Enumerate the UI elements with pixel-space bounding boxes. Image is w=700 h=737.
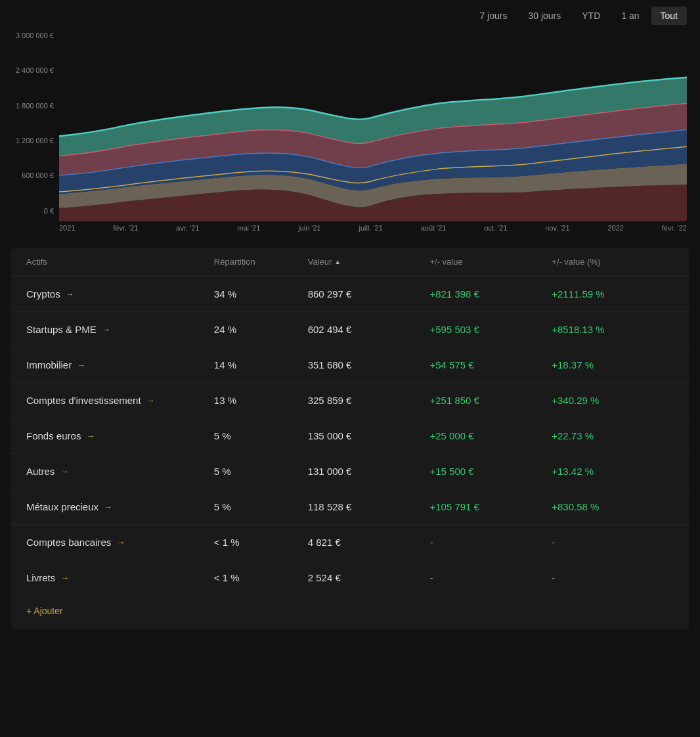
plus-value-livrets: - [429,572,552,583]
time-btn-tout[interactable]: Tout [651,7,687,25]
header-valeur: Valeur ▲ [308,257,430,267]
header-plus-value-pct: +/- value (%) [552,257,674,267]
x-label-aout21: août '21 [421,224,447,232]
arrow-icon: → [102,324,110,334]
repartition-comptes-invest: 13 % [214,395,308,406]
plus-value-comptes-invest: +251 850 € [429,395,552,406]
y-label-0: 0 € [5,207,54,215]
valeur-cryptos: 860 297 € [308,288,430,300]
x-label-mai21: mai '21 [237,224,260,232]
repartition-immobilier: 14 % [214,359,308,370]
valeur-livrets: 2 524 € [308,572,430,583]
valeur-fonds-euros: 135 000 € [308,430,430,441]
arrow-icon: → [104,502,112,512]
x-label-nov21: nov. '21 [545,224,569,232]
time-btn-30j[interactable]: 30 jours [519,7,570,25]
table-row[interactable]: Comptes bancaires → < 1 % 4 821 € - - [11,525,689,560]
plus-pct-fonds-euros: +22.73 % [552,430,674,441]
plus-value-startups: +595 503 € [429,324,552,335]
plus-value-comptes-banc: - [429,537,552,548]
x-label-2022: 2022 [607,224,623,232]
plus-pct-comptes-banc: - [552,537,674,548]
arrow-icon: → [60,466,68,476]
header-repartition: Répartition [214,257,308,267]
x-label-fevr22: févr. '22 [662,224,687,232]
asset-name-metaux: Métaux precieux → [26,501,214,512]
sort-arrow-icon: ▲ [334,258,341,265]
valeur-comptes-banc: 4 821 € [308,537,430,548]
valeur-immobilier: 351 680 € [308,359,430,370]
time-btn-7j[interactable]: 7 jours [470,7,516,25]
plus-value-immobilier: +54 575 € [429,359,552,370]
chart-container: 3 000 000 € 2 400 000 € 1 800 000 € 1 20… [0,32,700,234]
plus-value-metaux: +105 791 € [429,501,552,512]
arrow-icon: → [86,431,95,441]
arrow-icon: → [146,395,155,405]
time-btn-ytd[interactable]: YTD [573,7,609,25]
repartition-comptes-banc: < 1 % [214,537,308,548]
valeur-comptes-invest: 325 859 € [308,395,430,406]
asset-name-cryptos: Cryptos → [26,288,214,300]
arrow-icon: → [60,573,69,583]
repartition-metaux: 5 % [214,501,308,512]
table-row[interactable]: Startups & PME → 24 % 602 494 € +595 503… [11,312,689,347]
valeur-autres: 131 000 € [308,466,430,477]
x-label-juill21: juill. '21 [359,224,383,232]
plus-pct-autres: +13.42 % [552,466,674,477]
asset-name-autres: Autres → [26,466,214,477]
plus-pct-immobilier: +18.37 % [552,359,674,370]
arrow-icon: → [66,289,74,299]
chart-area [59,32,687,221]
x-label-juin21: juin '21 [298,224,321,232]
asset-name-comptes-invest: Comptes d'investissement → [26,395,214,406]
table-row[interactable]: Immobilier → 14 % 351 680 € +54 575 € +1… [11,347,689,383]
x-label-avr21: avr. '21 [176,224,199,232]
asset-name-startups: Startups & PME → [26,324,214,335]
repartition-autres: 5 % [214,466,308,477]
valeur-startups: 602 494 € [308,324,430,335]
y-label-12m: 1 200 000 € [5,137,54,145]
header-plus-value: +/- value [429,257,552,267]
repartition-fonds-euros: 5 % [214,430,308,441]
chart-svg [59,32,687,221]
table-row[interactable]: Cryptos → 34 % 860 297 € +821 398 € +211… [11,277,689,312]
y-label-18m: 1 800 000 € [5,102,54,110]
plus-value-fonds-euros: +25 000 € [429,430,552,441]
time-btn-1an[interactable]: 1 an [612,7,648,25]
table-row[interactable]: Livrets → < 1 % 2 524 € - - [11,560,689,595]
asset-name-fonds-euros: Fonds euros → [26,430,214,441]
arrow-icon: → [116,537,125,547]
valeur-metaux: 118 528 € [308,501,430,512]
x-label-fevr21: févr. '21 [113,224,138,232]
plus-value-cryptos: +821 398 € [429,288,552,300]
y-label-24m: 2 400 000 € [5,66,54,74]
table-row[interactable]: Métaux precieux → 5 % 118 528 € +105 791… [11,489,689,525]
arrow-icon: → [77,360,85,370]
x-axis: 2021 févr. '21 avr. '21 mai '21 juin '21… [59,221,687,234]
assets-table: Actifs Répartition Valeur ▲ +/- value +/… [11,248,689,629]
plus-pct-livrets: - [552,572,674,583]
asset-name-livrets: Livrets → [26,572,214,583]
table-header: Actifs Répartition Valeur ▲ +/- value +/… [11,248,689,277]
repartition-cryptos: 34 % [214,288,308,300]
table-row[interactable]: Comptes d'investissement → 13 % 325 859 … [11,383,689,418]
x-label-oct21: oct. '21 [484,224,507,232]
plus-pct-cryptos: +2111.59 % [552,288,674,300]
table-row[interactable]: Fonds euros → 5 % 135 000 € +25 000 € +2… [11,418,689,454]
header-actifs: Actifs [26,257,214,267]
y-axis: 3 000 000 € 2 400 000 € 1 800 000 € 1 20… [0,32,59,215]
table-row[interactable]: Autres → 5 % 131 000 € +15 500 € +13.42 … [11,454,689,489]
plus-pct-metaux: +830.58 % [552,501,674,512]
asset-name-comptes-banc: Comptes bancaires → [26,537,214,548]
y-label-3m: 3 000 000 € [5,32,54,39]
repartition-livrets: < 1 % [214,572,308,583]
y-label-6h: 600 000 € [5,171,54,179]
repartition-startups: 24 % [214,324,308,335]
plus-pct-comptes-invest: +340.29 % [552,395,674,406]
asset-name-immobilier: Immobilier → [26,359,214,370]
add-button[interactable]: + Ajouter [11,595,79,619]
time-range-bar: 7 jours 30 jours YTD 1 an Tout [0,0,700,32]
x-label-2021: 2021 [59,224,75,232]
plus-value-autres: +15 500 € [429,466,552,477]
plus-pct-startups: +8518.13 % [552,324,674,335]
